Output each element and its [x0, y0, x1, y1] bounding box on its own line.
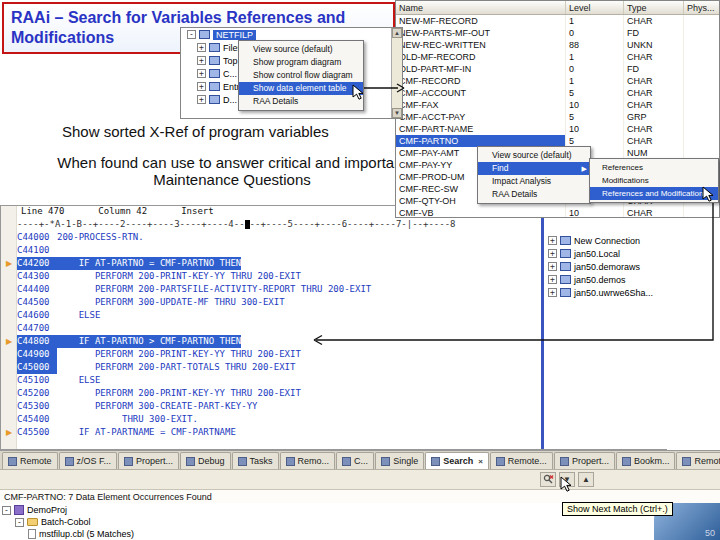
remote-systems-panel: New Connection jan50.Local jan50.demoraw…: [544, 206, 667, 449]
find-submenu: References Modifications References and …: [589, 158, 719, 203]
expand-icon[interactable]: [548, 262, 557, 271]
view-icon: [65, 457, 74, 466]
view-tab[interactable]: Debug: [180, 452, 231, 469]
cell-name: CMF-VB: [396, 207, 566, 218]
table-row[interactable]: NEW-MF-RECORD 1 CHAR: [396, 15, 719, 27]
view-icon: [342, 457, 351, 466]
expand-icon[interactable]: [548, 288, 557, 297]
line-number: C44200: [17, 257, 57, 270]
prev-match-button[interactable]: [578, 472, 594, 487]
column-header-phys[interactable]: Phys...: [684, 1, 720, 14]
menu-item[interactable]: Modifications: [590, 174, 718, 187]
computer-icon: [560, 249, 571, 258]
table-row[interactable]: NEW-PARTS-MF-OUT 0 FD: [396, 27, 719, 39]
remote-tree-item[interactable]: New Connection: [544, 234, 667, 247]
view-tab[interactable]: C...: [336, 452, 374, 469]
menu-item[interactable]: References: [590, 161, 718, 174]
result-file[interactable]: mstfilup.cbl (5 Matches): [2, 528, 134, 540]
tab-label: Search: [443, 456, 473, 466]
match-marker-icon: [1, 335, 17, 348]
menu-item[interactable]: Show control flow diagram: [239, 69, 363, 82]
column-header-level[interactable]: Level: [566, 1, 624, 14]
menu-item[interactable]: RAA Details: [239, 95, 363, 108]
view-tab[interactable]: Single: [375, 452, 424, 469]
view-icon: [238, 457, 247, 466]
view-icon: [496, 457, 505, 466]
remote-tree-item[interactable]: jan50.Local: [544, 247, 667, 260]
view-tab[interactable]: Remote...: [490, 452, 553, 469]
view-tab[interactable]: z/OS F...: [59, 452, 118, 469]
expand-icon[interactable]: [548, 249, 557, 258]
expand-icon[interactable]: [548, 236, 557, 245]
table-row[interactable]: CMF-FAX 10 CHAR: [396, 99, 719, 111]
remote-tree-item[interactable]: jan50.demoraws: [544, 260, 667, 273]
cell-level: 10: [566, 207, 624, 218]
remove-matches-button[interactable]: [540, 472, 556, 487]
view-tab[interactable]: Tasks: [232, 452, 279, 469]
menu-item-label: Find: [492, 163, 509, 173]
close-icon[interactable]: [478, 457, 483, 466]
menu-item[interactable]: View source (default): [478, 149, 590, 162]
line-number: C44900: [17, 348, 57, 361]
node-icon: [209, 82, 220, 91]
menu-item[interactable]: Find: [478, 162, 590, 175]
caption-xref: Show sorted X-Ref of program variables: [62, 123, 329, 140]
next-match-button[interactable]: [559, 472, 575, 487]
cell-name: OLD-MF-RECORD: [396, 51, 566, 63]
table-row[interactable]: CMF-ACCT-PAY 5 GRP: [396, 111, 719, 123]
code-text: PERFORM 200-PRINT-KEY-YY THRU 200-EXIT: [57, 270, 301, 283]
collapse-icon[interactable]: [2, 506, 11, 515]
column-header-type[interactable]: Type: [624, 1, 684, 14]
scroll-up-icon[interactable]: [392, 28, 402, 38]
remote-tree-item[interactable]: jan50.demos: [544, 273, 667, 286]
node-icon: [209, 43, 220, 52]
expand-icon[interactable]: [548, 275, 557, 284]
table-row[interactable]: CMF-RECORD 1 CHAR: [396, 75, 719, 87]
menu-item[interactable]: Show data element table: [239, 82, 363, 95]
search-status: CMF-PARTNO: 7 Data Element Occurrences F…: [0, 489, 720, 503]
line-number: C44600: [17, 309, 57, 322]
menu-item[interactable]: Show program diagram: [239, 56, 363, 69]
menu-item[interactable]: View source (default): [239, 43, 363, 56]
cell-level: 10: [566, 99, 624, 111]
expand-icon[interactable]: [197, 69, 206, 78]
menu-item-label: Impact Analysis: [492, 176, 551, 186]
cell-phys: [684, 207, 720, 218]
table-row[interactable]: OLD-PART-MF-IN 0 FD: [396, 63, 719, 75]
table-row[interactable]: CMF-ACCOUNT 5 CHAR: [396, 87, 719, 99]
line-number: C44000: [17, 231, 57, 244]
column-header-name[interactable]: Name: [396, 1, 566, 14]
collapse-icon[interactable]: [15, 518, 24, 527]
remote-item-label: New Connection: [574, 236, 640, 246]
expand-icon[interactable]: [197, 82, 206, 91]
menu-item-label: References: [602, 163, 643, 172]
scrollbar[interactable]: [391, 28, 402, 118]
scroll-down-icon[interactable]: [392, 108, 402, 118]
view-tab[interactable]: Remot...: [676, 452, 720, 469]
menu-item[interactable]: RAA Details: [478, 188, 590, 201]
table-row[interactable]: CMF-VB 10 CHAR: [396, 207, 719, 218]
code-text: PERFORM 200-PRINT-KEY-YY THRU 200-EXIT: [57, 348, 301, 361]
view-tab[interactable]: Bookm...: [616, 452, 676, 469]
view-tab[interactable]: Remote: [2, 452, 58, 469]
menu-item[interactable]: References and Modifications: [590, 187, 718, 200]
collapse-icon[interactable]: [187, 30, 196, 39]
cell-type: CHAR: [624, 75, 684, 87]
view-tab[interactable]: Propert...: [118, 452, 179, 469]
table-row[interactable]: CMF-PART-NAME 10 CHAR: [396, 123, 719, 135]
table-row[interactable]: OLD-MF-RECORD 1 CHAR: [396, 51, 719, 63]
view-tab[interactable]: Search: [425, 452, 489, 469]
tree-item-label: D...: [223, 95, 237, 105]
caption-maintenance: When found can use to answer critical an…: [48, 154, 416, 188]
expand-icon[interactable]: [197, 56, 206, 65]
view-tab[interactable]: Propert...: [554, 452, 615, 469]
cell-level: 1: [566, 51, 624, 63]
result-folder[interactable]: Batch-Cobol: [2, 516, 134, 528]
view-tab[interactable]: Remo...: [280, 452, 336, 469]
table-row[interactable]: NEW-REC-WRITTEN 88 UNKN: [396, 39, 719, 51]
menu-item[interactable]: Impact Analysis: [478, 175, 590, 188]
remote-tree-item[interactable]: jan50.uwrwe6Sha...: [544, 286, 667, 299]
result-project[interactable]: DemoProj: [2, 504, 134, 516]
expand-icon[interactable]: [197, 95, 206, 104]
expand-icon[interactable]: [197, 43, 206, 52]
